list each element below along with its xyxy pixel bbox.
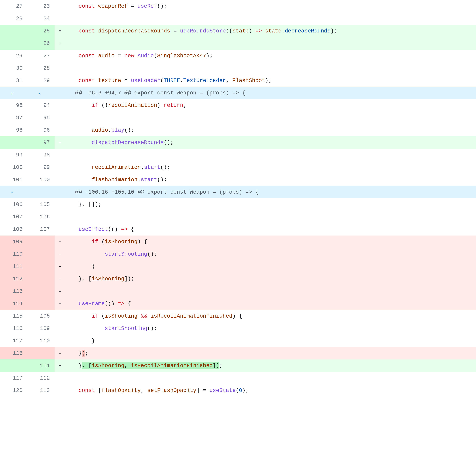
old-line-number[interactable]: 100 <box>0 161 27 174</box>
code-content <box>66 37 476 50</box>
diff-line-ctx: 3129 const texture = useLoader(THREE.Tex… <box>0 74 476 87</box>
old-line-number[interactable]: 108 <box>0 223 27 236</box>
code-content: if (isShooting && isRecoilAnimationFinis… <box>66 310 476 322</box>
new-line-number[interactable] <box>27 236 55 248</box>
new-line-number[interactable]: 105 <box>27 198 55 211</box>
new-line-number[interactable]: 108 <box>27 310 55 322</box>
old-line-number[interactable]: 96 <box>0 99 27 111</box>
expand-old-button[interactable] <box>0 186 27 198</box>
old-line-number[interactable]: 114 <box>0 298 27 310</box>
diff-line-del: 113- <box>0 285 476 298</box>
new-line-number[interactable] <box>27 273 55 285</box>
old-line-number[interactable]: 109 <box>0 236 27 248</box>
old-line-number[interactable] <box>0 359 27 372</box>
diff-marker <box>55 198 66 211</box>
code-content: }, [isShooting]); <box>66 273 476 285</box>
old-line-number[interactable]: 97 <box>0 111 27 124</box>
diff-line-del: 112- }, [isShooting]); <box>0 273 476 285</box>
code-content: const texture = useLoader(THREE.TextureL… <box>66 74 476 87</box>
diff-marker <box>55 62 66 74</box>
code-content: recoilAnimation.start(); <box>66 161 476 174</box>
new-line-number[interactable]: 96 <box>27 124 55 136</box>
new-line-number[interactable] <box>27 260 55 273</box>
new-line-number[interactable] <box>27 285 55 298</box>
old-line-number[interactable]: 27 <box>0 0 27 12</box>
code-content: dispatchDecreaseRounds(); <box>66 136 476 149</box>
new-line-number[interactable]: 95 <box>27 111 55 124</box>
old-line-number[interactable]: 116 <box>0 322 27 335</box>
old-line-number[interactable]: 99 <box>0 149 27 161</box>
new-line-number[interactable]: 94 <box>27 99 55 111</box>
old-line-number[interactable]: 110 <box>0 248 27 260</box>
new-line-number[interactable]: 112 <box>27 372 55 384</box>
old-line-number[interactable]: 31 <box>0 74 27 87</box>
code-content <box>66 285 476 298</box>
diff-marker <box>55 322 66 335</box>
new-line-number[interactable]: 97 <box>27 136 55 149</box>
old-line-number[interactable]: 28 <box>0 12 27 25</box>
diff-marker <box>55 87 66 99</box>
old-line-number[interactable] <box>0 25 27 37</box>
new-line-number[interactable] <box>27 298 55 310</box>
code-content: useFrame(() => { <box>66 298 476 310</box>
diff-marker <box>55 12 66 25</box>
old-line-number[interactable]: 119 <box>0 372 27 384</box>
old-line-number[interactable]: 30 <box>0 62 27 74</box>
old-line-number[interactable]: 115 <box>0 310 27 322</box>
new-line-number[interactable]: 109 <box>27 322 55 335</box>
diff-line-del: 114- useFrame(() => { <box>0 298 476 310</box>
diff-line-ctx: 2723 const weaponRef = useRef(); <box>0 0 476 12</box>
code-content: audio.play(); <box>66 124 476 136</box>
old-line-number[interactable]: 107 <box>0 211 27 223</box>
old-line-number[interactable]: 101 <box>0 174 27 186</box>
new-line-number[interactable]: 23 <box>27 0 55 12</box>
diff-line-add: 111+ }, [isShooting, isRecoilAnimationFi… <box>0 359 476 372</box>
code-content: } <box>66 260 476 273</box>
diff-line-del: 109- if (isShooting) { <box>0 236 476 248</box>
diff-line-ctx: 3028 <box>0 62 476 74</box>
new-line-number[interactable]: 111 <box>27 359 55 372</box>
code-content: }); <box>66 347 476 359</box>
old-line-number[interactable] <box>0 37 27 50</box>
hunk-header-row: @@ -96,6 +94,7 @@ export const Weapon = … <box>0 87 476 99</box>
diff-marker: - <box>55 248 66 260</box>
old-line-number[interactable]: 120 <box>0 384 27 397</box>
diff-table: 2723 const weaponRef = useRef();282425+ … <box>0 0 476 397</box>
new-line-number[interactable]: 99 <box>27 161 55 174</box>
old-line-number[interactable]: 98 <box>0 124 27 136</box>
diff-marker <box>55 149 66 161</box>
new-line-number[interactable]: 106 <box>27 211 55 223</box>
expand-old-button[interactable] <box>0 87 27 99</box>
code-content: useEffect(() => { <box>66 223 476 236</box>
old-line-number[interactable]: 106 <box>0 198 27 211</box>
new-line-number[interactable]: 26 <box>27 37 55 50</box>
old-line-number[interactable]: 118 <box>0 347 27 359</box>
new-line-number[interactable]: 24 <box>27 12 55 25</box>
diff-line-ctx: 116109 startShooting(); <box>0 322 476 335</box>
new-line-number[interactable]: 25 <box>27 25 55 37</box>
old-line-number[interactable]: 112 <box>0 273 27 285</box>
diff-line-ctx: 107106 <box>0 211 476 223</box>
diff-marker <box>55 111 66 124</box>
old-line-number[interactable]: 111 <box>0 260 27 273</box>
unfold-icon <box>8 190 16 193</box>
new-line-number[interactable] <box>27 347 55 359</box>
new-line-number[interactable]: 100 <box>27 174 55 186</box>
new-line-number[interactable]: 27 <box>27 50 55 62</box>
new-line-number[interactable]: 28 <box>27 62 55 74</box>
old-line-number[interactable]: 117 <box>0 335 27 347</box>
new-line-number[interactable]: 110 <box>27 335 55 347</box>
diff-marker: - <box>55 298 66 310</box>
diff-marker <box>55 74 66 87</box>
new-line-number[interactable]: 107 <box>27 223 55 236</box>
old-line-number[interactable] <box>0 136 27 149</box>
new-line-number[interactable]: 98 <box>27 149 55 161</box>
diff-marker <box>55 124 66 136</box>
new-line-number[interactable] <box>27 248 55 260</box>
expand-new-button[interactable] <box>27 87 55 99</box>
old-line-number[interactable]: 113 <box>0 285 27 298</box>
hunk-header-row: @@ -106,16 +105,10 @@ export const Weapo… <box>0 186 476 198</box>
new-line-number[interactable]: 29 <box>27 74 55 87</box>
new-line-number[interactable]: 113 <box>27 384 55 397</box>
old-line-number[interactable]: 29 <box>0 50 27 62</box>
